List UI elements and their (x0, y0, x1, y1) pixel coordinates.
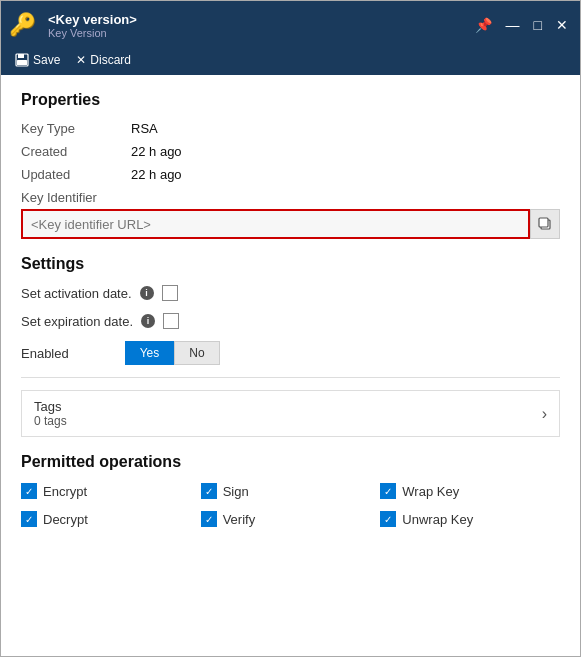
main-window: 🔑 <Key version> Key Version 📌 — □ ✕ Save… (0, 0, 581, 657)
created-value: 22 h ago (131, 144, 182, 159)
created-label: Created (21, 144, 131, 159)
pin-button[interactable]: 📌 (471, 15, 496, 35)
keytype-value: RSA (131, 121, 158, 136)
tags-chevron-icon: › (542, 405, 547, 423)
title-bar: 🔑 <Key version> Key Version 📌 — □ ✕ (1, 1, 580, 49)
updated-value: 22 h ago (131, 167, 182, 182)
permitted-decrypt: Decrypt (21, 511, 201, 527)
unwrapkey-label: Unwrap Key (402, 512, 473, 527)
wrapkey-label: Wrap Key (402, 484, 459, 499)
divider-1 (21, 377, 560, 378)
toolbar: Save ✕ Discard (1, 49, 580, 75)
tags-row[interactable]: Tags 0 tags › (21, 390, 560, 437)
save-label: Save (33, 53, 60, 67)
expiration-checkbox[interactable] (163, 313, 179, 329)
title-bar-controls: 📌 — □ ✕ (471, 15, 572, 35)
minimize-button[interactable]: — (502, 15, 524, 35)
save-icon (15, 53, 29, 67)
svg-rect-4 (539, 218, 548, 227)
updated-label: Updated (21, 167, 131, 182)
svg-rect-1 (18, 54, 24, 58)
copy-button[interactable] (530, 209, 560, 239)
close-button[interactable]: ✕ (552, 15, 572, 35)
sign-label: Sign (223, 484, 249, 499)
restore-button[interactable]: □ (530, 15, 546, 35)
key-identifier-input[interactable] (21, 209, 530, 239)
save-button[interactable]: Save (9, 51, 66, 69)
permitted-operations-title: Permitted operations (21, 453, 560, 471)
copy-icon (537, 216, 553, 232)
sign-checkbox[interactable] (201, 483, 217, 499)
activation-checkbox[interactable] (162, 285, 178, 301)
property-updated: Updated 22 h ago (21, 167, 560, 182)
activation-row: Set activation date. i (21, 285, 560, 301)
key-identifier-row (21, 209, 560, 239)
permitted-verify: Verify (201, 511, 381, 527)
wrapkey-checkbox[interactable] (380, 483, 396, 499)
verify-label: Verify (223, 512, 256, 527)
expiration-info-icon[interactable]: i (141, 314, 155, 328)
decrypt-checkbox[interactable] (21, 511, 37, 527)
keytype-label: Key Type (21, 121, 131, 136)
activation-label: Set activation date. (21, 286, 132, 301)
settings-title: Settings (21, 255, 560, 273)
permitted-wrapkey: Wrap Key (380, 483, 560, 499)
tags-info: Tags 0 tags (34, 399, 67, 428)
permitted-unwrapkey: Unwrap Key (380, 511, 560, 527)
property-keytype: Key Type RSA (21, 121, 560, 136)
window-subtitle: Key Version (48, 27, 463, 39)
activation-info-icon[interactable]: i (140, 286, 154, 300)
unwrapkey-checkbox[interactable] (380, 511, 396, 527)
decrypt-label: Decrypt (43, 512, 88, 527)
tags-count: 0 tags (34, 414, 67, 428)
enabled-toggle: Yes No (125, 341, 220, 365)
window-titles: <Key version> Key Version (48, 12, 463, 39)
window-title: <Key version> (48, 12, 463, 27)
enabled-row: Enabled Yes No (21, 341, 560, 365)
key-icon: 🔑 (9, 12, 36, 38)
svg-rect-2 (17, 60, 27, 65)
property-created: Created 22 h ago (21, 144, 560, 159)
properties-title: Properties (21, 91, 560, 109)
permitted-encrypt: Encrypt (21, 483, 201, 499)
discard-button[interactable]: ✕ Discard (70, 51, 137, 69)
key-identifier-label: Key Identifier (21, 190, 560, 205)
permitted-sign: Sign (201, 483, 381, 499)
tags-title: Tags (34, 399, 67, 414)
no-button[interactable]: No (174, 341, 219, 365)
encrypt-label: Encrypt (43, 484, 87, 499)
expiration-row: Set expiration date. i (21, 313, 560, 329)
yes-button[interactable]: Yes (125, 341, 175, 365)
discard-icon: ✕ (76, 53, 86, 67)
encrypt-checkbox[interactable] (21, 483, 37, 499)
verify-checkbox[interactable] (201, 511, 217, 527)
content-area: Properties Key Type RSA Created 22 h ago… (1, 75, 580, 656)
expiration-label: Set expiration date. (21, 314, 133, 329)
discard-label: Discard (90, 53, 131, 67)
permitted-operations-grid: Encrypt Sign Wrap Key Decrypt Verify Unw (21, 483, 560, 527)
enabled-label: Enabled (21, 346, 69, 361)
